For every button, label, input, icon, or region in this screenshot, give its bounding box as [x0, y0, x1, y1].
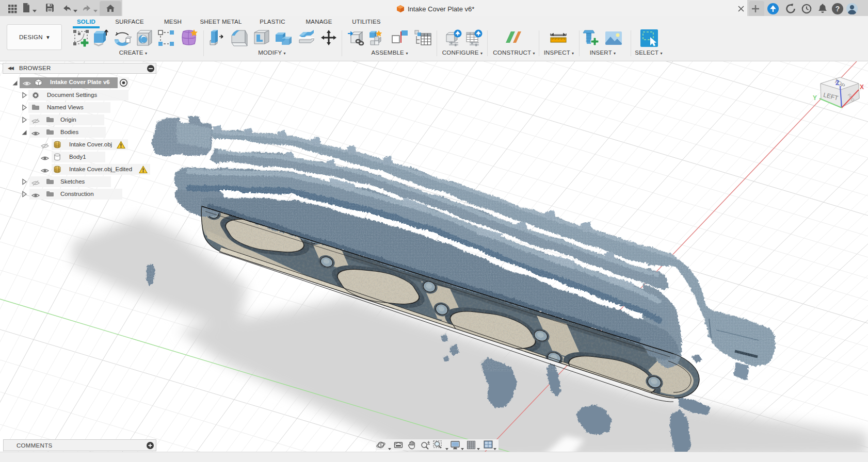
- svg-text:?: ?: [835, 5, 840, 13]
- svg-text:Z: Z: [835, 79, 839, 87]
- svg-text:X: X: [860, 84, 864, 91]
- svg-text:Y: Y: [813, 94, 817, 102]
